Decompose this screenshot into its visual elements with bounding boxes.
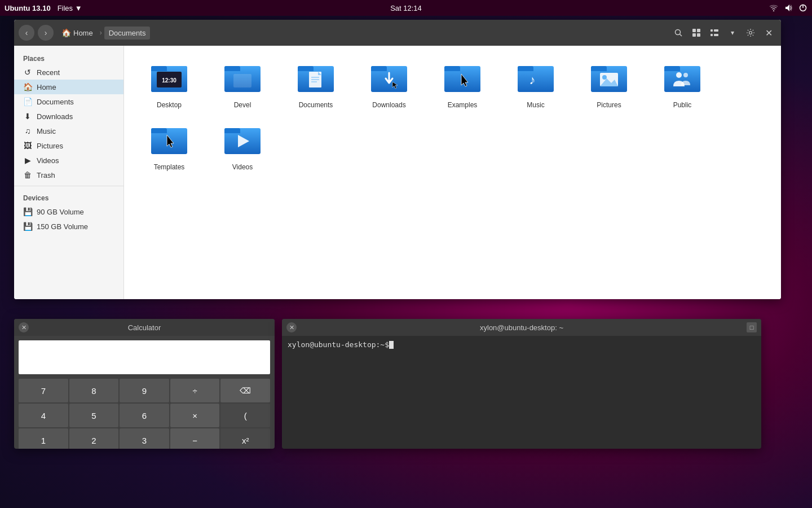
calc-btn-2[interactable]: 2	[69, 428, 119, 449]
folder-public-label: Public	[673, 101, 692, 109]
folder-devel[interactable]: Devel	[209, 57, 276, 113]
file-manager-body: Places ↺ Recent 🏠 Home 📄 Documents ⬇ Dow…	[14, 46, 781, 299]
sidebar-divider	[14, 186, 123, 186]
power-icon[interactable]	[798, 3, 807, 12]
folder-pictures[interactable]: Pictures	[575, 57, 643, 113]
breadcrumb-separator: ›	[100, 29, 102, 37]
places-title: Places	[14, 50, 123, 65]
svg-rect-9	[714, 29, 718, 32]
calculator-close-button[interactable]: ✕	[19, 322, 29, 332]
folder-pictures-icon	[591, 62, 627, 98]
svg-rect-48	[664, 69, 680, 71]
svg-text:♪: ♪	[529, 73, 536, 87]
calc-btn-backspace[interactable]: ⌫	[220, 379, 270, 402]
taskbar: Ubuntu 13.10 Files ▼ Sat 12:14	[0, 0, 812, 16]
folder-downloads[interactable]: Downloads	[355, 57, 423, 113]
terminal-close-button[interactable]: ✕	[286, 322, 297, 332]
calculator-titlebar: ✕ Calculator	[14, 319, 275, 336]
svg-rect-38	[518, 69, 533, 71]
calc-btn-square[interactable]: x²	[220, 428, 270, 449]
taskbar-right	[769, 3, 812, 12]
folder-music-label: Music	[527, 101, 544, 109]
terminal-maximize-button[interactable]: □	[747, 322, 757, 332]
calc-btn-8[interactable]: 8	[69, 379, 119, 402]
folder-templates[interactable]: Templates	[135, 119, 203, 176]
folders-grid: 12:30 Desktop	[135, 57, 770, 176]
settings-button[interactable]	[743, 25, 758, 41]
svg-rect-53	[151, 132, 167, 133]
terminal-titlebar: ✕ xylon@ubuntu-desktop: ~ □	[282, 319, 761, 336]
folder-examples[interactable]: Examples	[429, 57, 496, 113]
svg-rect-21	[224, 69, 240, 71]
svg-rect-7	[697, 33, 700, 37]
svg-point-12	[749, 32, 752, 34]
back-button[interactable]: ‹	[19, 25, 34, 41]
folder-devel-icon	[224, 62, 261, 98]
svg-rect-8	[710, 29, 713, 32]
calc-btn-subtract[interactable]: −	[170, 428, 220, 449]
os-name: Ubuntu 13.10	[5, 4, 51, 12]
calc-btn-1[interactable]: 1	[19, 428, 68, 449]
view-icons-button[interactable]	[689, 25, 704, 41]
calc-btn-multiply[interactable]: ×	[170, 404, 220, 427]
wifi-icon	[769, 3, 778, 12]
sidebar-item-downloads[interactable]: ⬇ Downloads	[14, 109, 123, 124]
folder-music-icon: ♪	[518, 62, 554, 98]
sidebar-item-videos[interactable]: ▶ Videos	[14, 153, 123, 168]
folder-documents-icon	[298, 62, 334, 98]
breadcrumb-home[interactable]: 🏠 Home	[57, 26, 98, 40]
calc-btn-open-paren[interactable]: (	[220, 404, 270, 427]
taskbar-left: Ubuntu 13.10 Files ▼	[0, 4, 82, 12]
breadcrumb: 🏠 Home › Documents	[57, 26, 667, 40]
sidebar-item-pictures[interactable]: 🖼 Pictures	[14, 138, 123, 153]
forward-button[interactable]: ›	[38, 25, 54, 41]
sidebar-item-documents[interactable]: 📄 Documents	[14, 94, 123, 109]
calc-btn-9[interactable]: 9	[120, 379, 169, 402]
calc-btn-4[interactable]: 4	[19, 404, 68, 427]
folder-examples-icon	[444, 62, 480, 98]
calc-btn-6[interactable]: 6	[120, 404, 169, 427]
folder-public[interactable]: Public	[648, 57, 716, 113]
terminal-body[interactable]: xylon@ubuntu-desktop:~$	[282, 336, 761, 353]
sidebar-item-home[interactable]: 🏠 Home	[14, 80, 123, 94]
view-list-button[interactable]	[707, 25, 722, 41]
folder-videos-label: Videos	[232, 163, 253, 171]
sidebar-item-recent[interactable]: ↺ Recent	[14, 65, 123, 80]
svg-rect-32	[371, 69, 387, 71]
volume-90gb-icon: 💾	[23, 207, 32, 216]
search-button[interactable]	[670, 25, 686, 41]
downloads-icon: ⬇	[23, 112, 32, 121]
sidebar-item-music[interactable]: ♫ Music	[14, 124, 123, 138]
calc-btn-7[interactable]: 7	[19, 379, 68, 402]
calc-btn-divide[interactable]: ÷	[170, 379, 220, 402]
folder-pictures-label: Pictures	[597, 101, 621, 109]
folder-desktop[interactable]: 12:30 Desktop	[135, 57, 203, 113]
sidebar-item-90gb[interactable]: 💾 90 GB Volume	[14, 204, 123, 219]
home-icon: 🏠	[61, 28, 71, 37]
speaker-icon	[784, 3, 793, 12]
folder-documents[interactable]: Documents	[282, 57, 350, 113]
svg-rect-35	[444, 69, 460, 71]
folder-music[interactable]: ♪ Music	[502, 57, 570, 113]
sidebar-item-150gb[interactable]: 💾 150 GB Volume	[14, 219, 123, 234]
volume-150gb-icon: 💾	[23, 222, 32, 231]
svg-point-2	[676, 30, 681, 35]
sidebar-item-trash[interactable]: 🗑 Trash	[14, 168, 123, 182]
folder-videos[interactable]: Videos	[209, 119, 276, 176]
svg-point-49	[676, 72, 682, 78]
calc-btn-3[interactable]: 3	[120, 428, 169, 449]
calculator-display	[19, 340, 270, 374]
folder-templates-label: Templates	[154, 163, 185, 171]
files-menu[interactable]: Files ▼	[58, 4, 82, 12]
close-button[interactable]: ✕	[761, 25, 776, 41]
devices-title: Devices	[14, 190, 123, 204]
terminal-prompt: xylon@ubuntu-desktop:~$	[288, 340, 756, 349]
folder-examples-label: Examples	[448, 101, 478, 109]
terminal-prompt-text: xylon@ubuntu-desktop:~$	[288, 340, 389, 349]
view-dropdown-button[interactable]: ▾	[725, 25, 740, 41]
calc-btn-5[interactable]: 5	[69, 404, 119, 427]
svg-rect-22	[233, 74, 251, 87]
svg-rect-25	[298, 69, 314, 71]
header-actions: ▾ ✕	[670, 25, 776, 41]
documents-icon: 📄	[23, 97, 32, 106]
